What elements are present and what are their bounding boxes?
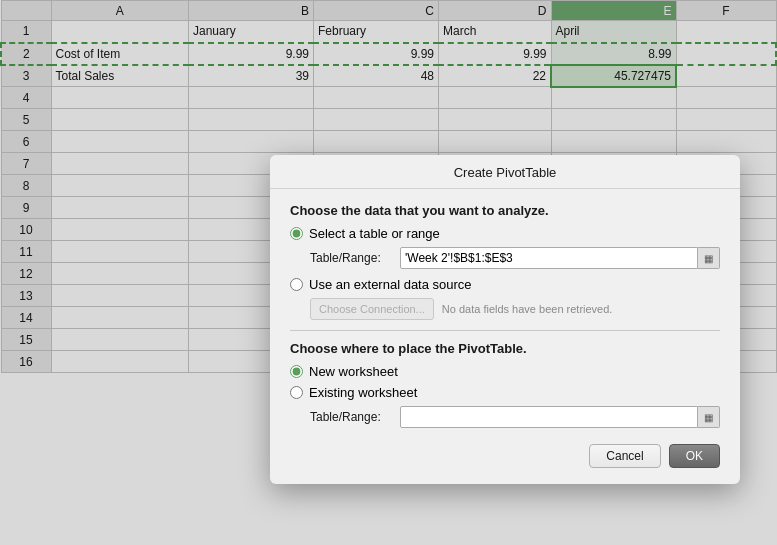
no-data-text: No data fields have been retrieved. [442, 303, 613, 315]
ok-button[interactable]: OK [669, 444, 720, 468]
create-pivot-dialog: Create PivotTable Choose the data that y… [270, 155, 740, 484]
placement-range-row: Table/Range: ▦ [310, 406, 720, 428]
dialog-footer: Cancel OK [270, 436, 740, 468]
section1-title: Choose the data that you want to analyze… [290, 203, 720, 218]
choose-connection-row: Choose Connection... No data fields have… [310, 298, 720, 320]
placement-range-picker-button[interactable]: ▦ [698, 406, 720, 428]
radio-external-source-input[interactable] [290, 278, 303, 291]
table-range-input[interactable] [400, 247, 698, 269]
placement-range-input[interactable] [400, 406, 698, 428]
table-range-label: Table/Range: [310, 251, 400, 265]
section-divider [290, 330, 720, 331]
table-range-row: Table/Range: ▦ [310, 247, 720, 269]
radio-external-source[interactable]: Use an external data source [290, 277, 720, 292]
radio-select-table-label: Select a table or range [309, 226, 440, 241]
radio-existing-worksheet-label: Existing worksheet [309, 385, 417, 400]
cancel-button[interactable]: Cancel [589, 444, 660, 468]
dialog-overlay: Create PivotTable Choose the data that y… [0, 0, 777, 545]
radio-external-source-label: Use an external data source [309, 277, 472, 292]
table-range-picker-button[interactable]: ▦ [698, 247, 720, 269]
radio-new-worksheet[interactable]: New worksheet [290, 364, 720, 379]
radio-new-worksheet-input[interactable] [290, 365, 303, 378]
radio-existing-worksheet-input[interactable] [290, 386, 303, 399]
choose-connection-button[interactable]: Choose Connection... [310, 298, 434, 320]
radio-select-table[interactable]: Select a table or range [290, 226, 720, 241]
placement-range-label: Table/Range: [310, 410, 400, 424]
radio-new-worksheet-label: New worksheet [309, 364, 398, 379]
radio-existing-worksheet[interactable]: Existing worksheet [290, 385, 720, 400]
dialog-title: Create PivotTable [270, 155, 740, 189]
radio-select-table-input[interactable] [290, 227, 303, 240]
section2-title: Choose where to place the PivotTable. [290, 341, 720, 356]
